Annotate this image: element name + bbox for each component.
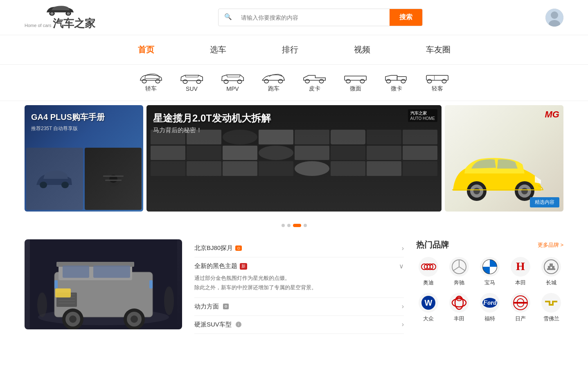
category-pickup[interactable]: 皮卡 [294,71,335,94]
user-avatar[interactable] [545,9,563,27]
category-sports[interactable]: 跑车 [253,71,294,94]
svg-point-2 [50,12,54,15]
banner-center[interactable]: 星途揽月2.0T发动机大拆解 马力背后的秘密！ 汽车之家AUTO HOME [146,105,442,212]
brand-item-toyota[interactable]: 丰田 [447,293,471,322]
featured-car-image [25,239,182,329]
category-bar: 轿车 SUV MPV 跑车 [0,65,588,101]
category-lightbus[interactable]: 轻客 [417,71,458,94]
brand-logo-ford: Ford [480,293,500,313]
search-input[interactable] [235,9,390,26]
brand-logo-vw: W [419,293,438,313]
brand-name-ford: 福特 [484,315,495,322]
nav-item-community[interactable]: 车友圈 [423,43,454,57]
info-icon-4: i [236,322,241,327]
brand-item-chevrolet[interactable]: 雪佛兰 [539,293,563,322]
category-sedan-label: 轿车 [145,85,157,92]
news-title-3[interactable]: 动力方面 ⚙ › [194,303,404,311]
brand-item-mercedes[interactable]: 奔驰 [447,257,471,286]
category-mpv[interactable]: MPV [212,72,253,94]
brand-name-vw: 大众 [423,315,434,322]
svg-point-15 [305,79,309,83]
svg-rect-60 [54,280,58,288]
nav-item-ranking[interactable]: 排行 [279,43,302,57]
dot-2[interactable] [287,224,291,227]
more-brands-link[interactable]: 更多品牌 > [538,241,563,249]
brand-name-greatwall: 长城 [546,279,556,286]
svg-point-13 [264,79,268,83]
news-badge-1: ⊙ [235,245,242,251]
logo-subtitle: Home of cars [25,23,51,28]
chevron-down-2: ∨ [399,262,404,270]
brand-item-ford[interactable]: Ford 福特 [478,293,502,322]
banner-left[interactable]: GA4 PLUS购车手册 推荐235T 自动尊享版 [25,105,143,212]
news-title-1[interactable]: 北京BJ80探月 ⊙ › [194,244,404,252]
brand-item-bmw[interactable]: 宝马 [478,257,502,286]
dot-3[interactable] [293,224,301,227]
brands-grid: 奥迪 奔驰 [416,257,563,322]
banner-dots [0,224,588,227]
nav-item-home[interactable]: 首页 [135,43,158,57]
svg-point-8 [155,79,160,83]
category-suv-label: SUV [186,86,198,92]
svg-point-58 [37,293,47,317]
brand-item-nissan[interactable]: 日产 [509,293,533,322]
news-title-4[interactable]: 硬派SUV车型 i › [194,321,404,329]
search-area: 🔍 搜索 [218,9,423,26]
brand-name-bmw: 宝马 [484,279,495,286]
brand-logo-chevrolet [541,293,561,313]
brand-name-audi: 奥迪 [423,279,434,286]
news-desc-1: 通过部分金色氛围灯作为星光般的点缀。 除此之外，新车的中控屏还增加了专属的星空背… [194,273,404,293]
content-right: 热门品牌 更多品牌 > 奥迪 [416,239,563,334]
svg-text:W: W [424,298,432,307]
category-minitruck-label: 微卡 [391,85,402,92]
brand-logo-greatwall [541,257,561,277]
category-miniван-label: 微面 [350,85,361,92]
brand-logo-toyota [449,293,469,313]
category-suv[interactable]: SUV [171,72,212,94]
svg-point-3 [67,12,70,15]
news-item-3: 动力方面 ⚙ › [194,298,404,316]
category-minitruck[interactable]: 微卡 [376,71,417,94]
svg-point-18 [360,79,365,83]
svg-point-59 [164,286,174,315]
svg-line-68 [453,267,459,271]
brand-item-audi[interactable]: 奥迪 [416,257,440,286]
svg-point-14 [278,79,283,83]
dot-4[interactable] [304,224,307,227]
svg-point-57 [131,315,138,323]
brand-logo-audi [419,257,438,277]
banner-section: GA4 PLUS购车手册 推荐235T 自动尊享版 星途揽月2.0T发动机大拆解… [0,105,588,220]
chevron-right-4: › [402,321,404,328]
news-title-text-1: 北京BJ80探月 ⊙ [194,244,242,252]
category-minivan[interactable]: 微面 [335,71,376,94]
banner-right[interactable]: MG [445,105,563,212]
news-title-2[interactable]: 全新的黑色主题 新 ∨ [194,262,404,270]
news-item-2: 全新的黑色主题 新 ∨ 通过部分金色氛围灯作为星光般的点缀。 除此之外，新车的中… [194,257,404,298]
category-lightbus-label: 轻客 [432,85,443,92]
brand-item-vw[interactable]: W 大众 [416,293,440,322]
svg-rect-45 [93,266,130,278]
svg-rect-44 [63,266,89,278]
category-sedan[interactable]: 轿车 [131,71,171,94]
brand-name-chevrolet: 雪佛兰 [543,315,559,322]
content-left [25,239,182,334]
minitruck-icon [384,73,409,83]
chevron-right-3: › [402,303,404,310]
dot-1[interactable] [282,224,285,227]
svg-point-20 [386,79,391,83]
search-button[interactable]: 搜索 [390,9,422,26]
search-box: 🔍 搜索 [218,9,423,26]
svg-point-17 [346,79,350,83]
brand-name-mercedes: 奔驰 [454,279,464,286]
brand-logo-honda: H [511,257,530,277]
brand-item-honda[interactable]: H 本田 [509,257,533,286]
svg-rect-51 [55,288,71,297]
news-title-text-4: 硬派SUV车型 i [194,321,241,329]
svg-point-54 [69,315,77,323]
pickup-icon [302,73,327,83]
nav-item-select-car[interactable]: 选车 [207,43,230,57]
nav-item-video[interactable]: 视频 [351,43,374,57]
brand-name-honda: 本田 [515,279,526,286]
mg-logo: MG [545,109,559,120]
brand-item-greatwall[interactable]: 长城 [539,257,563,286]
